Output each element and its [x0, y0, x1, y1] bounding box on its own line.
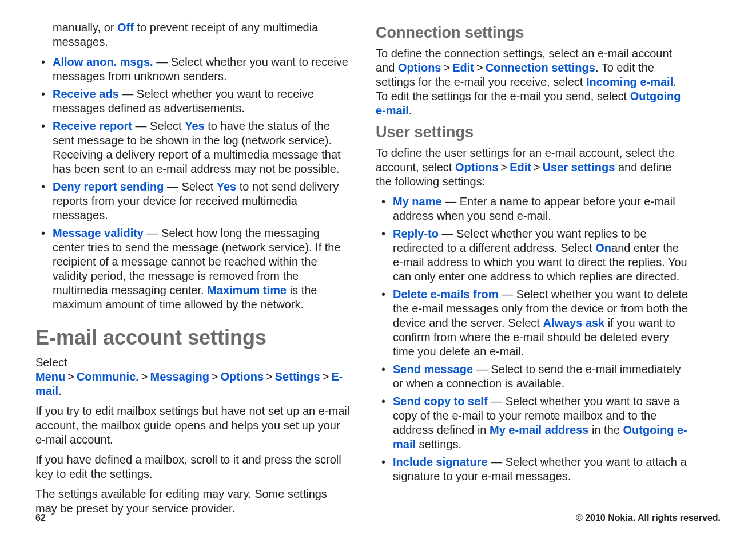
term: Allow anon. msgs. [53, 56, 153, 68]
list-item: Deny report sending — Select Yes to not … [45, 180, 350, 223]
list-item: Include signature — Select whether you w… [385, 455, 690, 484]
keyword: Maximum time [207, 284, 287, 296]
list-item: Receive report — Select Yes to have the … [45, 119, 350, 176]
keyword: Always ask [543, 316, 604, 329]
term: Receive report [53, 120, 132, 132]
copyright: © 2010 Nokia. All rights reserved. [576, 513, 721, 523]
term: Send message [393, 363, 473, 375]
section-heading: E-mail account settings [35, 326, 350, 350]
keyword: Yes [217, 180, 236, 193]
keyword: On [595, 242, 611, 254]
user-paragraph: To define the user settings for an e-mai… [376, 146, 690, 189]
intro-paragraph: manually, or Off to prevent receipt of a… [35, 21, 350, 49]
term: My name [393, 195, 442, 208]
nav-path: Select Menu>Communic.>Messaging>Options>… [35, 355, 350, 398]
body-text: If you try to edit mailbox settings but … [35, 404, 350, 447]
term: Deny report sending [53, 180, 164, 193]
page-number: 62 [35, 513, 46, 523]
right-list: My name — Enter a name to appear before … [376, 195, 690, 484]
body-text: The settings available for editing may v… [35, 487, 350, 516]
connection-paragraph: To define the connection settings, selec… [376, 46, 690, 118]
page-footer: 62 © 2010 Nokia. All rights reserved. [35, 513, 721, 523]
body-text: If you have defined a mailbox, scroll to… [35, 453, 350, 481]
term: Receive ads [53, 88, 119, 100]
keyword: My e-mail address [490, 424, 588, 436]
list-item: My name — Enter a name to appear before … [385, 195, 690, 223]
term: Include signature [393, 456, 488, 468]
list-item: Send message — Select to send the e-mail… [385, 362, 690, 391]
right-column: Connection settings To define the connec… [363, 21, 690, 478]
list-item: Reply-to — Select whether you want repli… [385, 227, 690, 284]
left-column: manually, or Off to prevent receipt of a… [35, 21, 363, 478]
content-columns: manually, or Off to prevent receipt of a… [35, 21, 721, 478]
keyword-off: Off [117, 21, 134, 34]
term: Reply-to [393, 227, 439, 240]
list-item: Receive ads — Select whether you want to… [45, 87, 350, 116]
list-item: Message validity — Select how long the m… [45, 226, 350, 312]
list-item: Allow anon. msgs. — Select whether you w… [45, 55, 350, 84]
subheading-user: User settings [376, 124, 690, 141]
list-item: Delete e-mails from — Select whether you… [385, 287, 690, 359]
term: Message validity [53, 227, 144, 239]
subheading-connection: Connection settings [376, 24, 690, 42]
term: Delete e-mails from [393, 288, 499, 300]
keyword: Yes [185, 120, 204, 132]
left-list: Allow anon. msgs. — Select whether you w… [35, 55, 350, 312]
list-item: Send copy to self — Select whether you w… [385, 394, 690, 452]
term: Send copy to self [393, 395, 488, 407]
